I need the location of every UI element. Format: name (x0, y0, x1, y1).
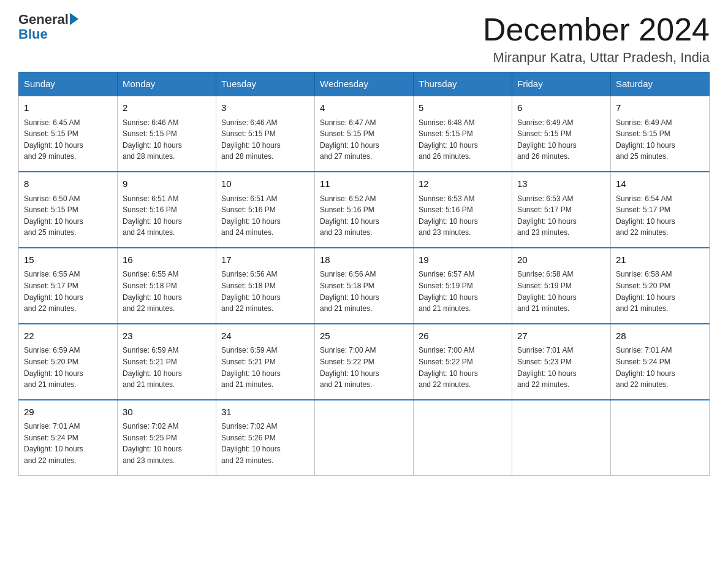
day-cell-3: 3 Sunrise: 6:46 AM Sunset: 5:15 PM Dayli… (216, 96, 315, 172)
day-number: 15 (24, 253, 112, 267)
day-cell-21: 21 Sunrise: 6:58 AM Sunset: 5:20 PM Dayl… (611, 248, 710, 324)
day-info: Sunrise: 6:52 AM Sunset: 5:16 PM Dayligh… (320, 193, 408, 239)
day-number: 3 (221, 101, 309, 115)
logo-blue: Blue (18, 27, 78, 42)
day-info: Sunrise: 6:49 AM Sunset: 5:15 PM Dayligh… (616, 117, 704, 163)
day-cell-9: 9 Sunrise: 6:51 AM Sunset: 5:16 PM Dayli… (118, 172, 216, 248)
day-number: 11 (320, 177, 408, 191)
logo-general: General (18, 12, 69, 27)
day-cell-7: 7 Sunrise: 6:49 AM Sunset: 5:15 PM Dayli… (611, 96, 710, 172)
day-number: 27 (517, 329, 605, 343)
day-cell-30: 30 Sunrise: 7:02 AM Sunset: 5:25 PM Dayl… (118, 400, 216, 475)
day-cell-6: 6 Sunrise: 6:49 AM Sunset: 5:15 PM Dayli… (512, 96, 611, 172)
day-info: Sunrise: 7:01 AM Sunset: 5:24 PM Dayligh… (616, 345, 704, 390)
day-info: Sunrise: 6:54 AM Sunset: 5:17 PM Dayligh… (616, 193, 704, 239)
day-info: Sunrise: 6:53 AM Sunset: 5:17 PM Dayligh… (517, 193, 605, 239)
day-info: Sunrise: 6:50 AM Sunset: 5:15 PM Dayligh… (24, 193, 112, 239)
weekday-header-wednesday: Wednesday (315, 72, 414, 96)
day-info: Sunrise: 6:55 AM Sunset: 5:17 PM Dayligh… (24, 269, 112, 314)
day-number: 8 (24, 177, 112, 191)
empty-day-cell (315, 400, 414, 475)
day-cell-22: 22 Sunrise: 6:59 AM Sunset: 5:20 PM Dayl… (19, 324, 118, 400)
day-info: Sunrise: 6:46 AM Sunset: 5:15 PM Dayligh… (221, 117, 309, 163)
day-cell-13: 13 Sunrise: 6:53 AM Sunset: 5:17 PM Dayl… (512, 172, 611, 248)
day-cell-25: 25 Sunrise: 7:00 AM Sunset: 5:22 PM Dayl… (315, 324, 414, 400)
day-info: Sunrise: 6:49 AM Sunset: 5:15 PM Dayligh… (517, 117, 605, 163)
empty-day-cell (414, 400, 512, 475)
calendar-week-row: 15 Sunrise: 6:55 AM Sunset: 5:17 PM Dayl… (19, 248, 710, 324)
day-info: Sunrise: 7:00 AM Sunset: 5:22 PM Dayligh… (419, 345, 507, 390)
day-cell-31: 31 Sunrise: 7:02 AM Sunset: 5:26 PM Dayl… (216, 400, 315, 475)
day-number: 25 (320, 329, 408, 343)
empty-day-cell (611, 400, 710, 475)
day-info: Sunrise: 6:56 AM Sunset: 5:18 PM Dayligh… (320, 269, 408, 314)
day-cell-8: 8 Sunrise: 6:50 AM Sunset: 5:15 PM Dayli… (19, 172, 118, 248)
day-cell-20: 20 Sunrise: 6:58 AM Sunset: 5:19 PM Dayl… (512, 248, 611, 324)
day-number: 7 (616, 101, 704, 115)
day-info: Sunrise: 7:01 AM Sunset: 5:24 PM Dayligh… (24, 421, 112, 466)
page-title: December 2024 (483, 12, 710, 47)
day-cell-5: 5 Sunrise: 6:48 AM Sunset: 5:15 PM Dayli… (414, 96, 512, 172)
day-info: Sunrise: 6:58 AM Sunset: 5:19 PM Dayligh… (517, 269, 605, 314)
day-cell-26: 26 Sunrise: 7:00 AM Sunset: 5:22 PM Dayl… (414, 324, 512, 400)
day-number: 14 (616, 177, 704, 191)
day-cell-14: 14 Sunrise: 6:54 AM Sunset: 5:17 PM Dayl… (611, 172, 710, 248)
day-cell-12: 12 Sunrise: 6:53 AM Sunset: 5:16 PM Dayl… (414, 172, 512, 248)
day-info: Sunrise: 6:56 AM Sunset: 5:18 PM Dayligh… (221, 269, 309, 314)
day-info: Sunrise: 6:51 AM Sunset: 5:16 PM Dayligh… (221, 193, 309, 239)
day-cell-10: 10 Sunrise: 6:51 AM Sunset: 5:16 PM Dayl… (216, 172, 315, 248)
weekday-header-monday: Monday (118, 72, 216, 96)
day-number: 30 (123, 405, 211, 419)
day-cell-23: 23 Sunrise: 6:59 AM Sunset: 5:21 PM Dayl… (118, 324, 216, 400)
day-cell-1: 1 Sunrise: 6:45 AM Sunset: 5:15 PM Dayli… (19, 96, 118, 172)
day-number: 17 (221, 253, 309, 267)
day-cell-19: 19 Sunrise: 6:57 AM Sunset: 5:19 PM Dayl… (414, 248, 512, 324)
day-number: 18 (320, 253, 408, 267)
day-number: 10 (221, 177, 309, 191)
day-number: 26 (419, 329, 507, 343)
day-number: 16 (123, 253, 211, 267)
day-info: Sunrise: 7:02 AM Sunset: 5:26 PM Dayligh… (221, 421, 309, 466)
page-subtitle: Miranpur Katra, Uttar Pradesh, India (483, 50, 710, 66)
day-info: Sunrise: 6:53 AM Sunset: 5:16 PM Dayligh… (419, 193, 507, 239)
day-info: Sunrise: 6:48 AM Sunset: 5:15 PM Dayligh… (419, 117, 507, 163)
day-number: 4 (320, 101, 408, 115)
day-cell-29: 29 Sunrise: 7:01 AM Sunset: 5:24 PM Dayl… (19, 400, 118, 475)
day-number: 13 (517, 177, 605, 191)
day-info: Sunrise: 6:58 AM Sunset: 5:20 PM Dayligh… (616, 269, 704, 314)
day-info: Sunrise: 6:55 AM Sunset: 5:18 PM Dayligh… (123, 269, 211, 314)
day-info: Sunrise: 6:59 AM Sunset: 5:21 PM Dayligh… (221, 345, 309, 390)
day-number: 29 (24, 405, 112, 419)
logo-arrow-icon (70, 13, 78, 25)
day-cell-4: 4 Sunrise: 6:47 AM Sunset: 5:15 PM Dayli… (315, 96, 414, 172)
day-info: Sunrise: 6:51 AM Sunset: 5:16 PM Dayligh… (123, 193, 211, 239)
day-info: Sunrise: 6:59 AM Sunset: 5:20 PM Dayligh… (24, 345, 112, 390)
day-info: Sunrise: 6:47 AM Sunset: 5:15 PM Dayligh… (320, 117, 408, 163)
day-info: Sunrise: 7:01 AM Sunset: 5:23 PM Dayligh… (517, 345, 605, 390)
day-info: Sunrise: 7:02 AM Sunset: 5:25 PM Dayligh… (123, 421, 211, 466)
day-number: 9 (123, 177, 211, 191)
day-number: 1 (24, 101, 112, 115)
day-cell-27: 27 Sunrise: 7:01 AM Sunset: 5:23 PM Dayl… (512, 324, 611, 400)
page-header: General Blue December 2024 Miranpur Katr… (18, 12, 710, 66)
day-number: 19 (419, 253, 507, 267)
day-info: Sunrise: 6:57 AM Sunset: 5:19 PM Dayligh… (419, 269, 507, 314)
calendar-week-row: 1 Sunrise: 6:45 AM Sunset: 5:15 PM Dayli… (19, 96, 710, 172)
weekday-header-thursday: Thursday (414, 72, 512, 96)
title-block: December 2024 Miranpur Katra, Uttar Prad… (483, 12, 710, 66)
day-info: Sunrise: 6:45 AM Sunset: 5:15 PM Dayligh… (24, 117, 112, 163)
day-cell-2: 2 Sunrise: 6:46 AM Sunset: 5:15 PM Dayli… (118, 96, 216, 172)
day-cell-16: 16 Sunrise: 6:55 AM Sunset: 5:18 PM Dayl… (118, 248, 216, 324)
empty-day-cell (512, 400, 611, 475)
day-info: Sunrise: 6:59 AM Sunset: 5:21 PM Dayligh… (123, 345, 211, 390)
calendar-week-row: 29 Sunrise: 7:01 AM Sunset: 5:24 PM Dayl… (19, 400, 710, 475)
day-number: 22 (24, 329, 112, 343)
weekday-header-saturday: Saturday (611, 72, 710, 96)
weekday-header-tuesday: Tuesday (216, 72, 315, 96)
calendar-table: SundayMondayTuesdayWednesdayThursdayFrid… (18, 72, 710, 475)
day-number: 20 (517, 253, 605, 267)
day-number: 28 (616, 329, 704, 343)
day-cell-11: 11 Sunrise: 6:52 AM Sunset: 5:16 PM Dayl… (315, 172, 414, 248)
day-cell-24: 24 Sunrise: 6:59 AM Sunset: 5:21 PM Dayl… (216, 324, 315, 400)
calendar-week-row: 22 Sunrise: 6:59 AM Sunset: 5:20 PM Dayl… (19, 324, 710, 400)
